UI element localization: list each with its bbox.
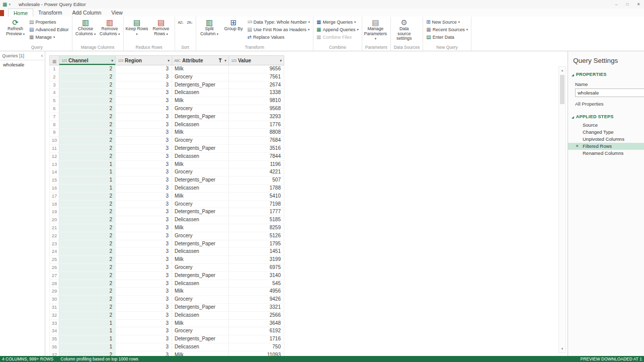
properties-button[interactable]: ▤Properties <box>28 19 70 25</box>
cell-channel[interactable]: 1 <box>59 335 116 343</box>
cell-region[interactable]: 3 <box>116 208 172 216</box>
cell-channel[interactable]: 2 <box>59 351 116 356</box>
cell-region[interactable]: 3 <box>116 105 172 113</box>
cell-channel[interactable]: 2 <box>59 193 116 201</box>
cell-region[interactable]: 3 <box>116 161 172 169</box>
cell-value[interactable]: 1716 <box>229 335 284 343</box>
cell-region[interactable]: 3 <box>116 121 172 129</box>
column-dropdown-button[interactable]: ▾ <box>167 58 170 63</box>
cell-region[interactable]: 3 <box>116 248 172 256</box>
cell-attribute[interactable]: Detergents_Paper <box>172 272 229 280</box>
data-type-button[interactable]: 123Data Type: Whole Number▾ <box>246 19 312 25</box>
collapse-pane-button[interactable]: ‹ <box>41 53 43 58</box>
cell-value[interactable]: 3516 <box>229 145 284 153</box>
cell-region[interactable]: 3 <box>116 327 172 335</box>
cell-channel[interactable]: 2 <box>59 216 116 224</box>
cell-attribute[interactable]: Grocery <box>172 296 229 304</box>
cell-channel[interactable]: 1 <box>59 185 116 193</box>
cell-value[interactable]: 1795 <box>229 240 284 248</box>
column-dropdown-button[interactable]: ▾ <box>110 58 114 63</box>
delete-step-icon[interactable]: ✕ <box>576 143 579 150</box>
vertical-scrollbar[interactable]: ▲ ▼ <box>558 66 566 353</box>
cell-channel[interactable]: 2 <box>59 224 116 232</box>
cell-region[interactable]: 3 <box>116 232 172 240</box>
recent-sources-button[interactable]: ▦Recent Sources▾ <box>425 26 469 33</box>
cell-channel[interactable]: 2 <box>59 232 116 240</box>
cell-attribute[interactable]: Milk <box>172 65 229 73</box>
cell-channel[interactable]: 2 <box>59 137 116 145</box>
cell-channel[interactable]: 2 <box>59 73 116 81</box>
minimize-button[interactable]: – <box>611 0 622 9</box>
cell-region[interactable]: 3 <box>116 193 172 201</box>
column-dropdown-button[interactable]: ▾ <box>279 58 282 63</box>
cell-value[interactable]: 1788 <box>229 185 284 193</box>
append-queries-button[interactable]: ▦Append Queries▾ <box>315 26 360 33</box>
cell-channel[interactable]: 2 <box>59 129 116 137</box>
cell-attribute[interactable]: Detergents_Paper <box>172 240 229 248</box>
scroll-down-button[interactable]: ▼ <box>559 345 566 352</box>
cell-value[interactable]: 507 <box>229 176 284 185</box>
cell-region[interactable]: 3 <box>116 176 172 185</box>
cell-attribute[interactable]: Delicassen <box>172 216 229 224</box>
cell-value[interactable]: 1451 <box>229 248 284 256</box>
cell-channel[interactable]: 2 <box>59 97 116 105</box>
cell-attribute[interactable]: Detergents_Paper <box>172 113 229 121</box>
cell-region[interactable]: 3 <box>116 280 172 288</box>
data-source-settings-button[interactable]: ⚙ Data source settings <box>392 17 416 41</box>
cell-attribute[interactable]: Milk <box>172 224 229 232</box>
cell-channel[interactable]: 2 <box>59 208 116 216</box>
applied-steps-section-header[interactable]: ◢ APPLIED STEPS <box>568 114 644 119</box>
cell-attribute[interactable]: Grocery <box>172 232 229 240</box>
cell-value[interactable]: 6975 <box>229 264 284 272</box>
cell-value[interactable]: 1776 <box>229 121 284 129</box>
quick-access-dropdown-icon[interactable]: ▾ <box>9 3 11 7</box>
cell-channel[interactable]: 2 <box>59 256 116 264</box>
cell-value[interactable]: 3321 <box>229 304 284 312</box>
column-dropdown-button[interactable]: ▾ <box>223 58 227 63</box>
cell-attribute[interactable]: Milk <box>172 129 229 137</box>
cell-value[interactable]: 3293 <box>229 113 284 121</box>
cell-value[interactable]: 7561 <box>229 73 284 81</box>
choose-columns-button[interactable]: ▥ Choose Columns ▾ <box>74 17 98 36</box>
cell-value[interactable]: 2566 <box>229 312 284 320</box>
sort-ascending-button[interactable]: AZ↓ <box>177 19 185 26</box>
cell-region[interactable]: 3 <box>116 137 172 145</box>
cell-value[interactable]: 1338 <box>229 89 284 97</box>
cell-channel[interactable]: 2 <box>59 304 116 312</box>
enter-data-button[interactable]: ▤Enter Data <box>425 34 469 40</box>
cell-value[interactable]: 1196 <box>229 161 284 169</box>
cell-attribute[interactable]: Grocery <box>172 264 229 272</box>
cell-channel[interactable]: 2 <box>59 248 116 256</box>
cell-attribute[interactable]: Delicassen <box>172 121 229 129</box>
cell-attribute[interactable]: Milk <box>172 288 229 296</box>
cell-channel[interactable]: 2 <box>59 272 116 280</box>
replace-values-button[interactable]: ⇄Replace Values <box>246 34 312 40</box>
cell-attribute[interactable]: Delicassen <box>172 343 229 351</box>
cell-channel[interactable]: 2 <box>59 264 116 272</box>
cell-channel[interactable]: 2 <box>59 288 116 296</box>
applied-step-filtered-rows[interactable]: ✕Filtered Rows <box>568 143 644 150</box>
cell-value[interactable]: 7198 <box>229 201 284 209</box>
cell-region[interactable]: 3 <box>116 73 172 81</box>
cell-channel[interactable]: 1 <box>59 161 116 169</box>
cell-attribute[interactable]: Detergents_Paper <box>172 81 229 89</box>
status-profiling[interactable]: Column profiling based on top 1000 rows <box>60 356 138 361</box>
cell-channel[interactable]: 2 <box>59 145 116 153</box>
cell-value[interactable]: 9568 <box>229 105 284 113</box>
cell-region[interactable]: 3 <box>116 264 172 272</box>
cell-attribute[interactable]: Detergents_Paper <box>172 304 229 312</box>
cell-value[interactable]: 2674 <box>229 81 284 89</box>
group-by-button[interactable]: ⊞ Group By <box>222 17 246 32</box>
maximize-button[interactable]: □ <box>622 0 633 9</box>
remove-rows-button[interactable]: ▤ Remove Rows ▾ <box>149 17 173 36</box>
cell-region[interactable]: 3 <box>116 272 172 280</box>
cell-value[interactable]: 9426 <box>229 296 284 304</box>
cell-channel[interactable]: 2 <box>59 121 116 129</box>
scroll-up-button[interactable]: ▲ <box>559 67 566 74</box>
cell-region[interactable]: 3 <box>116 240 172 248</box>
cell-channel[interactable]: 2 <box>59 89 116 97</box>
close-button[interactable]: ✕ <box>633 0 644 9</box>
cell-channel[interactable]: 1 <box>59 320 116 328</box>
cell-region[interactable]: 3 <box>116 81 172 89</box>
column-header-region[interactable]: 123Region▾ <box>116 55 172 65</box>
